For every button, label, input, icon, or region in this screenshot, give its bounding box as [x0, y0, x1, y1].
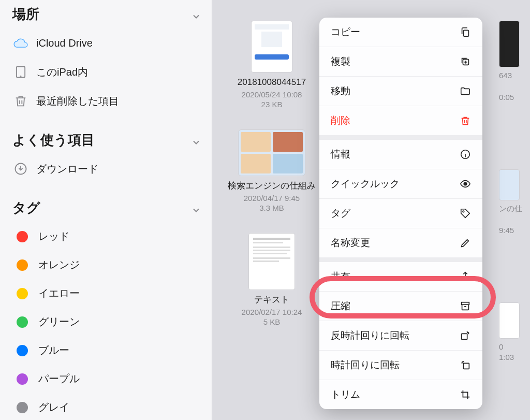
file-name: 20181008044517: [238, 77, 306, 88]
tag-grey[interactable]: グレイ: [10, 393, 201, 420]
crop-icon: [460, 389, 471, 400]
file-thumbnail: [499, 302, 520, 339]
tag-purple[interactable]: パープル: [10, 365, 201, 393]
tag-blue[interactable]: ブルー: [10, 336, 201, 365]
sidebar-item-downloads[interactable]: ダウンロード: [10, 154, 201, 183]
rotate-cw-icon: [460, 359, 471, 371]
sidebar-item-label: このiPad内: [36, 65, 88, 79]
svg-point-7: [463, 211, 464, 212]
file-name: 0: [499, 342, 520, 352]
tag-green[interactable]: グリーン: [10, 308, 201, 336]
menu-label: 複製: [331, 55, 350, 68]
sidebar: 場所 iCloud Drive このiPad内 最近削除した項目 よく使う項目 …: [0, 0, 212, 420]
menu-separator: [319, 136, 482, 140]
tag-yellow[interactable]: イエロー: [10, 279, 201, 308]
tag-label: オレンジ: [38, 258, 80, 272]
file-thumbnail: [499, 21, 520, 67]
rotate-ccw-icon: [460, 330, 471, 341]
file-item[interactable]: 20181008044517 2020/05/24 10:08 23 KB: [228, 21, 316, 109]
share-icon: [460, 271, 471, 282]
cloud-icon: [13, 36, 28, 50]
file-name: 検索エンジンの仕組み: [228, 180, 316, 192]
menu-label: 削除: [331, 114, 350, 127]
menu-trim[interactable]: トリム: [319, 380, 482, 409]
tag-red[interactable]: レッド: [10, 222, 201, 251]
file-item-peek[interactable]: 643 0:05: [499, 21, 520, 102]
tag-orange[interactable]: オレンジ: [10, 251, 201, 279]
menu-info[interactable]: 情報: [319, 140, 482, 169]
menu-label: クイックルック: [331, 177, 400, 191]
svg-rect-8: [462, 302, 469, 305]
svg-rect-9: [462, 334, 467, 339]
file-thumbnail: [499, 169, 520, 200]
file-date: 2020/04/17 9:45: [244, 194, 300, 202]
file-size: 5 KB: [263, 317, 281, 326]
menu-label: 圧縮: [331, 299, 350, 313]
section-favorites[interactable]: よく使う項目: [10, 126, 201, 154]
menu-move[interactable]: 移動: [319, 77, 482, 106]
chevron-down-icon: [191, 9, 201, 20]
menu-label: 時計回りに回転: [331, 358, 400, 372]
tag-label: グレイ: [38, 400, 69, 414]
menu-label: コピー: [331, 25, 360, 39]
menu-rotate-cw[interactable]: 時計回りに回転: [319, 351, 482, 380]
menu-label: 移動: [331, 84, 350, 98]
eye-icon: [460, 178, 471, 190]
menu-rotate-ccw[interactable]: 反時計回りに回転: [319, 321, 482, 351]
menu-duplicate[interactable]: 複製: [319, 47, 482, 77]
tag-dot-icon: [17, 345, 28, 356]
menu-tags[interactable]: タグ: [319, 199, 482, 228]
trash-icon: [13, 94, 28, 108]
svg-point-6: [464, 182, 467, 185]
archive-icon: [460, 300, 471, 312]
sidebar-item-label: iCloud Drive: [36, 37, 93, 49]
menu-label: 反時計回りに回転: [331, 329, 409, 342]
sidebar-item-label: ダウンロード: [36, 162, 98, 176]
file-size: 3.3 MB: [259, 204, 284, 212]
file-item[interactable]: 検索エンジンの仕組み 2020/04/17 9:45 3.3 MB: [228, 129, 316, 212]
file-thumbnail: [251, 21, 292, 73]
tag-label: パープル: [38, 372, 80, 386]
menu-separator: [319, 258, 482, 262]
file-date: 0:05: [499, 92, 520, 103]
ipad-icon: [13, 65, 28, 79]
sidebar-item-icloud-drive[interactable]: iCloud Drive: [10, 28, 201, 57]
tag-dot-icon: [17, 316, 28, 328]
sidebar-item-label: 最近削除した項目: [36, 94, 119, 108]
download-icon: [13, 162, 28, 176]
menu-label: 情報: [331, 148, 350, 161]
file-name: 643: [499, 70, 520, 81]
tag-dot-icon: [17, 402, 28, 413]
sidebar-item-on-ipad[interactable]: このiPad内: [10, 57, 201, 86]
sidebar-item-recently-deleted[interactable]: 最近削除した項目: [10, 86, 201, 115]
pencil-icon: [460, 237, 471, 249]
section-favorites-label: よく使う項目: [12, 131, 95, 149]
copy-icon: [460, 26, 471, 38]
trash-icon: [460, 115, 471, 126]
section-locations-label: 場所: [12, 5, 39, 23]
tag-label: ブルー: [38, 343, 69, 357]
menu-share[interactable]: 共有: [319, 262, 482, 292]
file-date: 2020/05/24 10:08: [242, 90, 302, 99]
svg-rect-10: [463, 363, 469, 369]
svg-rect-3: [463, 30, 468, 36]
tag-dot-icon: [17, 231, 28, 242]
menu-label: 共有: [331, 270, 350, 283]
menu-label: タグ: [331, 207, 350, 220]
section-locations[interactable]: 場所: [10, 0, 201, 28]
section-tags-label: タグ: [12, 199, 40, 217]
menu-compress[interactable]: 圧縮: [319, 292, 482, 321]
menu-delete[interactable]: 削除: [319, 106, 482, 136]
file-item-peek[interactable]: ンの仕 9:45: [499, 169, 522, 235]
section-tags[interactable]: タグ: [10, 194, 201, 222]
files-peek: 643 0:05 ンの仕 9:45 0 1:03: [499, 21, 530, 362]
tag-dot-icon: [17, 259, 28, 271]
file-date: 1:03: [499, 352, 520, 363]
file-item-peek[interactable]: 0 1:03: [499, 302, 520, 362]
file-thumbnail: [248, 233, 295, 290]
menu-quicklook[interactable]: クイックルック: [319, 169, 482, 199]
menu-copy[interactable]: コピー: [319, 18, 482, 47]
menu-rename[interactable]: 名称変更: [319, 228, 482, 258]
chevron-down-icon: [191, 203, 201, 213]
file-item[interactable]: テキスト 2020/02/17 10:24 5 KB: [228, 233, 316, 326]
